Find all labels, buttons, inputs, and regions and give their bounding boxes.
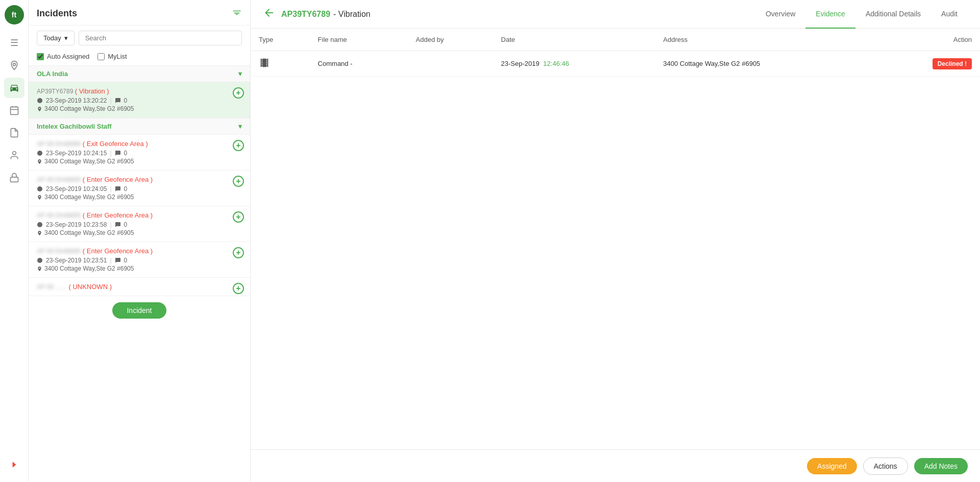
incident-address: 3400 Cottage Way,Ste G2 #6905 (37, 105, 242, 112)
incident-id: AP 09 DH48855 (37, 212, 83, 219)
evidence-type-icon (251, 51, 310, 77)
incident-meta: 23-Sep-2019 10:24:15 | 0 (37, 150, 242, 157)
incident-address: 3400 Cottage Way,Ste G2 #6905 (37, 229, 242, 236)
mylist-checkbox[interactable] (97, 53, 105, 60)
auto-assigned-checkbox[interactable] (37, 53, 44, 60)
incident-btn-row: Incident (29, 296, 250, 325)
today-dropdown[interactable]: Today ▾ (37, 31, 75, 45)
incident-id: AP 09 DH48885 (37, 248, 83, 255)
search-input[interactable] (79, 31, 242, 45)
sidebar-header: Incidents (29, 0, 250, 26)
incident-meta: 23-Sep-2019 10:24:05 | 0 (37, 185, 242, 192)
evidence-address: 3400 Cottage Way,Ste G2 #6905 (655, 51, 873, 77)
main-content: AP39TY6789 - Vibration Overview Evidence… (251, 0, 980, 482)
expand-incident-btn[interactable]: + (233, 87, 244, 99)
group-header-intelex[interactable]: Intelex Gachibowli Staff ▾ (29, 118, 250, 135)
sidebar-controls: Today ▾ (29, 26, 250, 51)
svg-point-0 (13, 63, 15, 66)
incident-address: 3400 Cottage Way,Ste G2 #6905 (37, 158, 242, 165)
incident-comments: 0 (124, 97, 128, 104)
left-rail: ft ☰ (0, 0, 29, 482)
filter-row: Auto Assigned MyList (29, 51, 250, 65)
incident-id: AP39TY6789 (37, 88, 75, 95)
evidence-added-by (408, 51, 493, 77)
app-logo: ft (5, 5, 24, 25)
sidebar-title: Incidents (37, 8, 77, 19)
incident-address: 3400 Cottage Way,Ste G2 #6905 (37, 194, 242, 201)
vehicle-icon[interactable] (4, 78, 24, 98)
calendar-icon[interactable] (4, 100, 24, 120)
col-date: Date (493, 29, 655, 51)
page-header-incident-id: AP39TY6789 (281, 10, 330, 19)
expand-incident-btn[interactable]: + (233, 140, 244, 151)
expand-incident-btn[interactable]: + (233, 283, 244, 294)
person-icon[interactable] (4, 145, 24, 165)
col-filename: File name (310, 29, 408, 51)
create-incident-button[interactable]: Incident (112, 302, 166, 319)
evidence-filename: Command - (310, 51, 408, 77)
page-header-separator: - Vibration (333, 10, 371, 19)
menu-icon[interactable]: ☰ (4, 33, 24, 53)
top-nav: AP39TY6789 - Vibration Overview Evidence… (251, 0, 980, 29)
incident-card[interactable]: AP 09 DH48895 ( Enter Geofence Area ) + … (29, 171, 250, 206)
sidebar: Incidents Today ▾ Auto Assigned MyList O… (29, 0, 251, 482)
incident-id: AP 09 DH48995 (37, 140, 83, 148)
nav-tabs: Overview Evidence Additional Details Aud… (755, 0, 968, 28)
back-button[interactable] (263, 7, 275, 21)
tab-audit[interactable]: Audit (931, 0, 968, 29)
mylist-checkbox-label[interactable]: MyList (97, 53, 127, 60)
incident-type: ( Vibration ) (75, 87, 109, 95)
arrow-right-icon[interactable] (4, 454, 24, 475)
incident-card[interactable]: AP 09 DH48855 ( Enter Geofence Area ) + … (29, 206, 250, 242)
group-header-ola[interactable]: OLA India ▾ (29, 65, 250, 82)
col-type: Type (251, 29, 310, 51)
incident-type: ( UNKNOWN ) (68, 283, 112, 291)
filter-icon[interactable] (232, 7, 242, 20)
incident-card[interactable]: AP 09 ....... ( UNKNOWN ) + (29, 278, 250, 296)
tab-additional-details[interactable]: Additional Details (855, 0, 931, 29)
evidence-area: Type File name Added by Date Address Act… (251, 29, 980, 449)
evidence-row: Command - 23-Sep-2019 12:46:46 3400 Cott… (251, 51, 980, 77)
auto-assigned-checkbox-label[interactable]: Auto Assigned (37, 53, 89, 60)
svg-rect-6 (10, 177, 18, 182)
incident-card[interactable]: AP 09 DH48885 ( Enter Geofence Area ) + … (29, 242, 250, 278)
evidence-action: Declined ! (873, 51, 980, 77)
evidence-table: Type File name Added by Date Address Act… (251, 29, 980, 77)
col-addedby: Added by (408, 29, 493, 51)
tab-overview[interactable]: Overview (755, 0, 805, 29)
location-icon[interactable] (4, 55, 24, 76)
incident-address: 3400 Cottage Way,Ste G2 #6905 (37, 265, 242, 272)
incident-type: ( Enter Geofence Area ) (83, 176, 153, 183)
declined-badge[interactable]: Declined ! (933, 58, 972, 69)
incident-type: ( Enter Geofence Area ) (83, 247, 153, 255)
incident-time: 23-Sep-2019 13:20:22 (46, 97, 107, 104)
incident-id: AP 09 DH48895 (37, 176, 83, 183)
expand-incident-btn[interactable]: + (233, 211, 244, 223)
add-notes-button[interactable]: Add Notes (914, 458, 968, 474)
expand-incident-btn[interactable]: + (233, 247, 244, 258)
evidence-date: 23-Sep-2019 12:46:46 (493, 51, 655, 77)
lock-icon[interactable] (4, 167, 24, 188)
incident-type: ( Exit Geofence Area ) (83, 140, 148, 148)
assigned-button[interactable]: Assigned (807, 458, 857, 474)
actions-button[interactable]: Actions (863, 457, 908, 475)
incident-meta: 23-Sep-2019 10:23:51 | 0 (37, 257, 242, 264)
incident-meta: 23-Sep-2019 10:23:58 | 0 (37, 221, 242, 228)
bottom-bar: Assigned Actions Add Notes (251, 449, 980, 482)
incident-card[interactable]: AP39TY6789 ( Vibration ) + 23-Sep-2019 1… (29, 82, 250, 118)
incident-meta: 23-Sep-2019 13:20:22 | 0 (37, 97, 242, 104)
col-address: Address (655, 29, 873, 51)
document-icon[interactable] (4, 123, 24, 143)
incident-id: AP 09 ....... (37, 283, 68, 291)
svg-rect-1 (10, 107, 18, 114)
incident-type: ( Enter Geofence Area ) (83, 211, 153, 219)
tab-evidence[interactable]: Evidence (805, 0, 855, 29)
incident-list: OLA India ▾ AP39TY6789 ( Vibration ) + 2… (29, 65, 250, 482)
expand-incident-btn[interactable]: + (233, 176, 244, 187)
svg-point-5 (12, 152, 16, 155)
incident-card[interactable]: AP 09 DH48995 ( Exit Geofence Area ) + 2… (29, 135, 250, 171)
col-action: Action (873, 29, 980, 51)
